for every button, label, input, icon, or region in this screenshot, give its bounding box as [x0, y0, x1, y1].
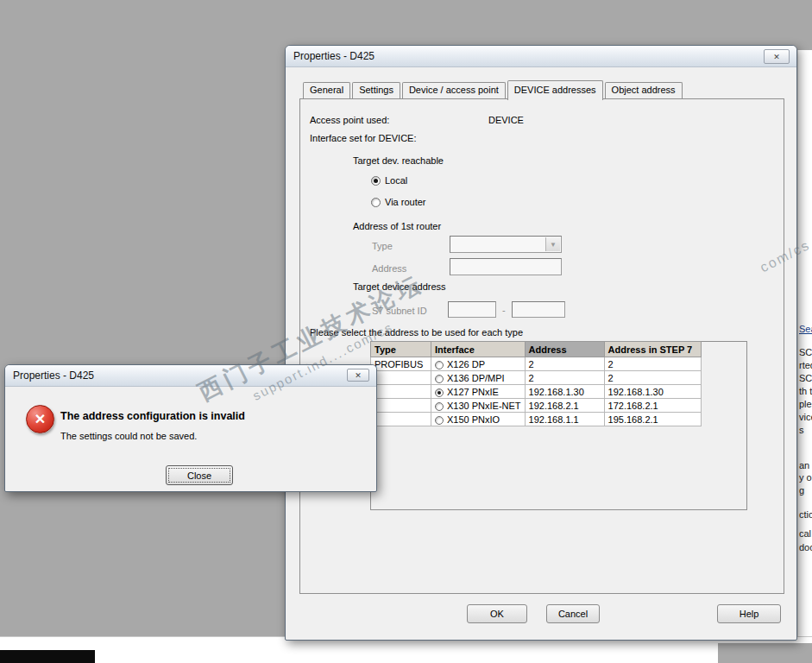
router-address-input — [450, 258, 562, 275]
interface-label: X150 PNxIO — [447, 414, 500, 425]
via-router-radio-row: Via router — [371, 197, 426, 207]
background-text-column: Sea SC rted SC th th ples vice s an y or… — [797, 50, 812, 636]
bg-text-fragment: SC — [799, 373, 812, 383]
error-icon: ✕ — [26, 405, 54, 433]
titlebar[interactable]: Properties - D425 ✕ — [286, 46, 796, 67]
tab-general[interactable]: General — [303, 82, 350, 98]
interface-label: X130 PNxIE-NET — [447, 401, 521, 411]
col-interface: Interface — [431, 342, 526, 357]
bg-text-fragment: SC — [799, 347, 812, 357]
help-button[interactable]: Help — [717, 604, 781, 623]
table-header-row: Type Interface Address Address in STEP 7 — [371, 342, 702, 357]
background-gray-corner — [718, 643, 812, 663]
access-point-value: DEVICE — [488, 115, 524, 125]
cell-address: 192.168.1.30 — [525, 385, 604, 399]
target-device-label: Target device address — [353, 281, 446, 292]
col-address[interactable]: Address — [525, 342, 604, 357]
bg-text-fragment: an — [799, 460, 809, 470]
ok-button[interactable]: OK — [467, 604, 527, 623]
col-address-step7: Address in STEP 7 — [604, 342, 701, 357]
subnet-id-input-1 — [448, 301, 496, 318]
error-close-button[interactable]: ✕ — [347, 369, 369, 382]
interface-radio[interactable] — [435, 361, 444, 369]
bg-text-fragment: cal — [799, 528, 811, 539]
error-titlebar[interactable]: Properties - D425 ✕ — [5, 365, 376, 387]
via-router-radio[interactable] — [371, 198, 381, 207]
cell-type — [371, 371, 431, 385]
table-row: X130 PNxIE-NET 192.168.2.1 172.168.2.1 — [371, 399, 702, 413]
address-table: Type Interface Address Address in STEP 7… — [370, 341, 702, 426]
interface-label: X127 PNxIE — [447, 387, 499, 397]
cell-address-step7: 2 — [604, 357, 701, 371]
error-x-glyph: ✕ — [35, 411, 46, 427]
cell-interface: X136 DP/MPI — [431, 371, 526, 385]
tab-device-addresses[interactable]: DEVICE addresses — [507, 80, 603, 100]
bg-text-fragment: Sea — [799, 324, 812, 334]
background-black-bar — [0, 650, 95, 663]
access-point-label: Access point used: — [310, 115, 389, 125]
table-row: PROFIBUS X126 DP 2 2 — [371, 357, 702, 371]
table-caption: Please select the address to be used for… — [310, 327, 523, 338]
tab-bar: General Settings Device / access point D… — [303, 80, 684, 98]
cell-address: 192.168.1.1 — [525, 413, 604, 426]
cell-address-step7: 195.168.2.1 — [604, 413, 701, 426]
error-close-action-button[interactable]: Close — [166, 465, 233, 485]
interface-label: X126 DP — [447, 359, 485, 369]
cell-interface: X150 PNxIO — [431, 413, 526, 426]
cell-interface: X126 DP — [431, 357, 526, 371]
desktop: Sea SC rted SC th th ples vice s an y or… — [0, 0, 812, 663]
interface-radio[interactable] — [435, 375, 444, 383]
router-type-select: ▼ — [450, 236, 562, 253]
cell-address-step7: 172.168.2.1 — [604, 399, 701, 413]
interface-radio[interactable] — [435, 416, 444, 425]
bg-text-fragment: y or — [799, 472, 812, 483]
bg-text-fragment: th th — [799, 386, 812, 396]
bg-text-fragment: doc — [799, 542, 812, 552]
cell-interface: X127 PNxIE — [431, 385, 526, 399]
interface-label: X136 DP/MPI — [447, 373, 505, 383]
cell-type — [371, 413, 431, 426]
properties-dialog: Properties - D425 ✕ General Settings Dev… — [285, 45, 797, 641]
tab-device-access-point[interactable]: Device / access point — [402, 82, 506, 98]
error-dialog: Properties - D425 ✕ ✕ The address config… — [4, 364, 377, 492]
cell-address: 2 — [525, 357, 604, 371]
cancel-button[interactable]: Cancel — [546, 604, 600, 623]
interface-set-label: Interface set for DEVICE: — [310, 133, 417, 143]
local-radio-row: Local — [371, 175, 407, 186]
close-icon: ✕ — [355, 371, 362, 380]
table-row: X136 DP/MPI 2 2 — [371, 371, 702, 385]
cell-type — [371, 385, 431, 399]
error-window-title: Properties - D425 — [13, 365, 94, 387]
bg-text-fragment: s — [799, 425, 804, 435]
local-radio[interactable] — [371, 176, 381, 186]
subnet-separator: - — [502, 305, 506, 315]
close-button[interactable]: ✕ — [764, 49, 790, 64]
tab-settings[interactable]: Settings — [352, 82, 400, 98]
cell-type — [371, 399, 431, 413]
cell-address-step7: 2 — [604, 371, 701, 385]
bg-text-fragment: ction — [799, 509, 812, 520]
chevron-down-icon: ▼ — [545, 237, 560, 251]
interface-radio[interactable] — [435, 402, 444, 411]
bg-text-fragment: vice — [799, 412, 812, 422]
table-row: X127 PNxIE 192.168.1.30 192.168.1.30 — [371, 385, 702, 399]
subnet-id-label: S7 subnet ID — [372, 306, 427, 316]
bg-text-fragment: ples — [799, 399, 812, 409]
bg-text-fragment: rted — [799, 360, 812, 370]
bg-text-fragment: g — [799, 485, 804, 496]
local-radio-label: Local — [385, 175, 407, 186]
cell-address: 192.168.2.1 — [525, 399, 604, 413]
error-message-title: The address configuration is invalid — [60, 410, 245, 422]
window-title: Properties - D425 — [293, 46, 375, 67]
interface-radio[interactable] — [435, 388, 444, 397]
cell-address: 2 — [525, 371, 604, 385]
cell-address-step7: 192.168.1.30 — [604, 385, 701, 399]
cell-type: PROFIBUS — [371, 357, 431, 371]
error-message-body: The settings could not be saved. — [60, 431, 197, 441]
tab-object-address[interactable]: Object address — [605, 82, 683, 98]
target-reachable-label: Target dev. reachable — [353, 155, 444, 166]
subnet-id-input-2 — [512, 301, 565, 318]
router-address-label: Address — [372, 263, 406, 274]
table-row: X150 PNxIO 192.168.1.1 195.168.2.1 — [371, 413, 702, 426]
router-section-label: Address of 1st router — [353, 221, 441, 231]
